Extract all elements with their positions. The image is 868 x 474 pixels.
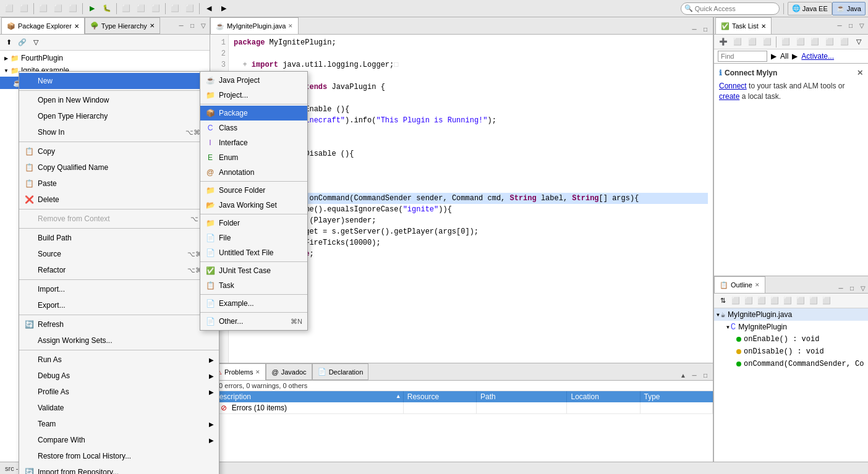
- menu-item-profile-as-label: Profile As: [38, 387, 206, 396]
- other-icon: 📄: [205, 316, 215, 326]
- copy-icon: 📋: [24, 146, 34, 156]
- submenu-item-annotation[interactable]: @ Annotation: [200, 165, 307, 180]
- submenu-item-untitled[interactable]: 📄 Untitled Text File: [200, 245, 307, 260]
- menu-item-validate[interactable]: Validate: [19, 400, 219, 416]
- menu-item-export-label: Export...: [38, 301, 214, 310]
- example-icon: 📄: [205, 298, 215, 308]
- submenu-item-enum[interactable]: E Enum: [200, 150, 307, 165]
- submenu-interface-label: Interface: [219, 138, 248, 147]
- team-arrow-icon: ▶: [209, 421, 214, 428]
- menu-item-export[interactable]: Export...: [19, 297, 219, 313]
- menu-item-source-label: Source: [38, 250, 175, 258]
- menu-item-copy-label: Copy: [38, 147, 190, 156]
- menu-sep-6: [19, 315, 219, 315]
- source-icon: [24, 249, 34, 259]
- open-type-hierarchy-icon: [24, 111, 34, 121]
- submenu-item-java-project[interactable]: ☕ Java Project: [200, 73, 307, 88]
- submenu-sep-4: [200, 261, 307, 262]
- menu-item-delete[interactable]: ❌ Delete ⌫: [19, 192, 219, 208]
- submenu-other-label: Other...: [219, 317, 243, 326]
- run-as-arrow-icon: ▶: [209, 357, 214, 363]
- menu-item-show-in[interactable]: Show In ⌥⌘W ▶: [19, 124, 219, 140]
- menu-item-copy[interactable]: 📋 Copy ⌘C: [19, 143, 219, 159]
- compare-with-icon: [24, 435, 34, 445]
- menu-item-delete-label: Delete: [38, 195, 192, 204]
- submenu-item-source-folder[interactable]: 📁 Source Folder: [200, 183, 307, 198]
- run-as-icon: [24, 355, 34, 365]
- submenu-item-package[interactable]: 📦 Package: [200, 106, 307, 121]
- source-folder-icon: 📁: [205, 185, 215, 195]
- menu-item-import-repo[interactable]: 🔄 Import from Repository...: [19, 464, 219, 474]
- submenu-item-junit[interactable]: ✅ JUnit Test Case: [200, 263, 307, 278]
- menu-item-assign-working-sets-label: Assign Working Sets...: [38, 336, 214, 345]
- team-icon: [24, 419, 34, 429]
- restore-local-icon: [24, 451, 34, 461]
- menu-item-compare-with[interactable]: Compare With ▶: [19, 432, 219, 448]
- build-path-icon: [24, 233, 34, 243]
- new-interface-icon: I: [205, 138, 215, 148]
- menu-item-build-path[interactable]: Build Path ▶: [19, 230, 219, 246]
- submenu-annotation-label: Annotation: [219, 168, 254, 177]
- menu-item-restore-local-label: Restore from Local History...: [38, 452, 214, 460]
- menu-item-debug-as[interactable]: Debug As ▶: [19, 368, 219, 384]
- submenu-java-working-set-label: Java Working Set: [219, 201, 277, 209]
- submenu-item-project[interactable]: 📁 Project...: [200, 88, 307, 103]
- submenu-item-example[interactable]: 📄 Example...: [200, 296, 307, 311]
- menu-item-remove-context: Remove from Context ⌥⇧⌘↓: [19, 211, 219, 227]
- new-class-icon: C: [205, 123, 215, 133]
- menu-item-run-as-label: Run As: [38, 355, 206, 364]
- submenu-file-label: File: [219, 234, 231, 242]
- submenu-enum-label: Enum: [219, 153, 238, 162]
- menu-item-refactor-label: Refactor: [38, 266, 175, 274]
- submenu-sep-2: [200, 181, 307, 182]
- java-project-icon: ☕: [205, 75, 215, 85]
- submenu-item-class[interactable]: C Class: [200, 121, 307, 135]
- submenu-item-folder[interactable]: 📁 Folder: [200, 216, 307, 231]
- show-in-icon: [24, 127, 34, 137]
- untitled-file-icon: 📄: [205, 248, 215, 258]
- menu-item-import[interactable]: Import...: [19, 281, 219, 297]
- submenu-item-file[interactable]: 📄 File: [200, 231, 307, 245]
- submenu-item-task[interactable]: 📋 Task: [200, 278, 307, 293]
- menu-item-profile-as[interactable]: Profile As ▶: [19, 384, 219, 400]
- submenu-junit-label: JUnit Test Case: [219, 266, 271, 275]
- submenu-untitled-label: Untitled Text File: [219, 248, 273, 257]
- menu-sep-4: [19, 228, 219, 229]
- menu-item-paste[interactable]: 📋 Paste ⌘V: [19, 176, 219, 192]
- submenu-project-label: Project...: [219, 91, 248, 99]
- submenu-task-label: Task: [219, 281, 234, 290]
- menu-item-restore-local[interactable]: Restore from Local History...: [19, 448, 219, 464]
- menu-item-run-as[interactable]: Run As ▶: [19, 352, 219, 368]
- menu-item-validate-label: Validate: [38, 404, 214, 412]
- menu-item-refresh[interactable]: 🔄 Refresh F5: [19, 316, 219, 332]
- context-menu: New ▶ Open in New Window Open Type Hiera…: [19, 71, 219, 474]
- junit-icon: ✅: [205, 266, 215, 276]
- menu-item-copy-qualified[interactable]: 📋 Copy Qualified Name: [19, 159, 219, 176]
- menu-sep-2: [19, 142, 219, 142]
- menu-item-team[interactable]: Team ▶: [19, 416, 219, 432]
- menu-sep-7: [19, 350, 219, 350]
- submenu-item-java-working-set[interactable]: 📂 Java Working Set: [200, 198, 307, 213]
- submenu-item-interface[interactable]: I Interface: [200, 135, 307, 150]
- submenu-sep-1: [200, 104, 307, 104]
- menu-item-open-type-hierarchy[interactable]: Open Type Hierarchy F4: [19, 108, 219, 124]
- new-package-icon: 📦: [205, 108, 215, 118]
- submenu-java-project-label: Java Project: [219, 76, 260, 85]
- menu-item-assign-working-sets[interactable]: Assign Working Sets...: [19, 332, 219, 349]
- submenu-class-label: Class: [219, 124, 237, 132]
- new-annotation-icon: @: [205, 167, 215, 177]
- submenu-sep-6: [200, 312, 307, 313]
- menu-item-show-in-label: Show In: [38, 128, 173, 137]
- new-enum-icon: E: [205, 153, 215, 163]
- compare-with-arrow-icon: ▶: [209, 437, 214, 444]
- menu-item-refactor[interactable]: Refactor ⌥⌘T ▶: [19, 262, 219, 278]
- submenu-package-label: Package: [219, 109, 248, 117]
- submenu-item-other[interactable]: 📄 Other... ⌘N: [200, 314, 307, 329]
- folder-icon: 📁: [205, 218, 215, 228]
- menu-item-open-new-window[interactable]: Open in New Window: [19, 92, 219, 108]
- profile-as-icon: [24, 387, 34, 397]
- menu-item-new[interactable]: New ▶: [19, 73, 219, 89]
- new-icon: [24, 76, 34, 86]
- refactor-icon: [24, 265, 34, 275]
- menu-item-source[interactable]: Source ⌥⌘S ▶: [19, 246, 219, 262]
